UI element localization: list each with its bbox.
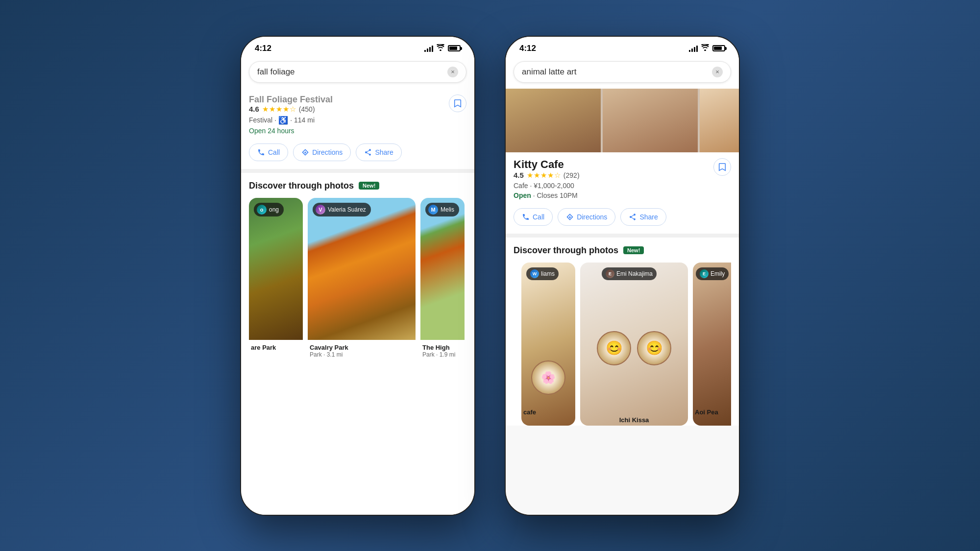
directions-label-1: Directions — [312, 148, 343, 156]
rating-number-1: 4.6 — [249, 105, 259, 113]
action-buttons-1: Call Directions Share — [249, 144, 466, 161]
latte-art-smiley-2: 😊 — [637, 331, 671, 365]
bookmark-btn-2[interactable] — [713, 158, 731, 176]
search-clear-1[interactable]: × — [447, 67, 458, 77]
photo-card-1a[interactable]: o ong are Park — [249, 198, 303, 360]
directions-label-2: Directions — [577, 213, 607, 221]
user-tag-1a: o ong — [254, 203, 284, 216]
wifi-icon-1 — [436, 44, 445, 52]
signal-icon-2 — [689, 45, 698, 52]
call-button-1[interactable]: Call — [249, 144, 288, 161]
search-clear-2[interactable]: × — [712, 67, 723, 77]
phone-2: 4:12 — [505, 36, 740, 516]
kitty-cafe-name: Kitty Cafe — [514, 158, 580, 171]
kitty-img-1 — [506, 89, 601, 152]
place-label-1a: are Park — [251, 344, 301, 351]
search-bar-1[interactable]: fall foliage × — [249, 61, 466, 83]
action-buttons-2: Call Directions Share — [514, 208, 731, 226]
user-avatar-1b: V — [316, 205, 325, 215]
share-label-1: Share — [375, 148, 393, 156]
search-bar-container-2: animal latte art × — [506, 57, 739, 89]
phone-1: 4:12 — [240, 36, 475, 516]
battery-icon-1 — [448, 45, 461, 51]
photos-title-1: Discover through photos — [249, 181, 354, 191]
open-label-2: Open — [514, 192, 531, 199]
directions-button-2[interactable]: Directions — [558, 208, 615, 226]
photo-card-1c[interactable]: M Melis The High Park · 1.9 mi — [420, 198, 465, 360]
kitty-img-3 — [700, 89, 739, 152]
place-label-2b: Ichi Kissa — [619, 416, 649, 424]
search-query-1: fall foliage — [257, 67, 447, 77]
new-badge-2: New! — [623, 246, 644, 254]
status-time-2: 4:12 — [519, 44, 536, 53]
place-label-2a: cafe — [523, 408, 573, 416]
place-card-1: Fall Foliage Festival 4.6 ★ ★ ★ ★ ☆ — [241, 89, 474, 161]
photos-section-2: Discover through photos New! W liams — [506, 238, 739, 426]
bookmark-btn-1[interactable] — [449, 95, 466, 112]
place-label-2c: Aoi Pea — [695, 408, 731, 416]
photos-title-2: Discover through photos — [514, 245, 618, 256]
user-tag-2a: W liams — [526, 267, 559, 280]
new-badge-1: New! — [359, 182, 379, 190]
phones-container: 4:12 — [240, 36, 740, 516]
status-icons-1 — [424, 44, 461, 52]
place-meta-2: Cafe · ¥1,000-2,000 — [514, 182, 580, 190]
user-avatar-1a: o — [257, 205, 267, 215]
share-button-2[interactable]: Share — [620, 208, 666, 226]
wifi-icon-2 — [701, 44, 710, 52]
latte-art-smiley-1: 😊 — [597, 331, 631, 365]
photo-card-1b[interactable]: V Valeria Suárez Cavalry Park Park · 3.1… — [308, 198, 416, 360]
place-sublabel-1c: Park · 1.9 mi — [422, 351, 463, 358]
battery-icon-2 — [712, 45, 725, 51]
close-time-2: · Closes 10PM — [533, 192, 578, 199]
divider-2 — [506, 234, 739, 238]
status-bar-2: 4:12 — [506, 37, 739, 57]
share-label-2: Share — [639, 213, 658, 221]
status-time-1: 4:12 — [255, 44, 271, 53]
rating-number-2: 4.5 — [514, 171, 524, 179]
user-avatar-1c: M — [428, 205, 438, 215]
kitty-img-2 — [603, 89, 698, 152]
user-tag-2b: E Emi Nakajima — [602, 267, 657, 280]
search-bar-container-1: fall foliage × — [241, 57, 474, 89]
place-name-1: Fall Foliage Festival — [249, 95, 333, 105]
open-status-1: Open 24 hours — [249, 127, 333, 135]
kitty-section: Kitty Cafe 4.5 ★ ★ ★ ★ ☆ (292 — [506, 152, 739, 426]
latte-photos: W liams 🌸 cafe — [514, 263, 731, 426]
photos-section-1: Discover through photos New! o ong — [241, 173, 474, 360]
place-label-1c: The High — [422, 344, 463, 351]
user-tag-2c: E Emily — [696, 267, 729, 280]
status-bar-1: 4:12 — [241, 37, 474, 57]
open-status-2: Open · Closes 10PM — [514, 192, 580, 199]
rating-row-1: 4.6 ★ ★ ★ ★ ☆ (450) — [249, 105, 333, 114]
place-label-1b: Cavalry Park — [310, 344, 414, 351]
search-query-2: animal latte art — [522, 67, 712, 77]
rating-row-2: 4.5 ★ ★ ★ ★ ☆ (292) — [514, 171, 580, 180]
signal-icon-1 — [424, 45, 433, 52]
place-meta-1: Festival · ♿ · 114 mi — [249, 116, 333, 125]
kitty-images — [506, 89, 739, 152]
call-label-2: Call — [533, 213, 544, 221]
status-icons-2 — [689, 44, 725, 52]
latte-card-2b[interactable]: E Emi Nakajima 😊 😊 Ichi Kissa — [580, 263, 688, 426]
stars-1: ★ ★ ★ ★ ☆ — [262, 105, 296, 114]
directions-button-1[interactable]: Directions — [293, 144, 351, 161]
photo-grid-1: o ong are Park — [249, 198, 466, 360]
user-name-2b: Emi Nakajima — [616, 270, 653, 277]
latte-card-2c[interactable]: E Emily Aoi Pea — [693, 263, 731, 426]
user-name-1b: Valeria Suárez — [328, 206, 366, 213]
stars-2: ★ ★ ★ ★ ☆ — [527, 171, 561, 180]
review-count-1: (450) — [299, 105, 315, 113]
place-sublabel-1b: Park · 3.1 mi — [310, 351, 414, 358]
share-button-1[interactable]: Share — [356, 144, 401, 161]
divider-1 — [241, 169, 474, 173]
user-tag-1c: M Melis — [425, 203, 459, 216]
review-count-2: (292) — [564, 171, 580, 179]
user-tag-1b: V Valeria Suárez — [313, 203, 371, 216]
call-button-2[interactable]: Call — [514, 208, 553, 226]
search-bar-2[interactable]: animal latte art × — [514, 61, 731, 83]
latte-card-2a[interactable]: W liams 🌸 cafe — [521, 263, 575, 426]
call-label-1: Call — [268, 148, 280, 156]
